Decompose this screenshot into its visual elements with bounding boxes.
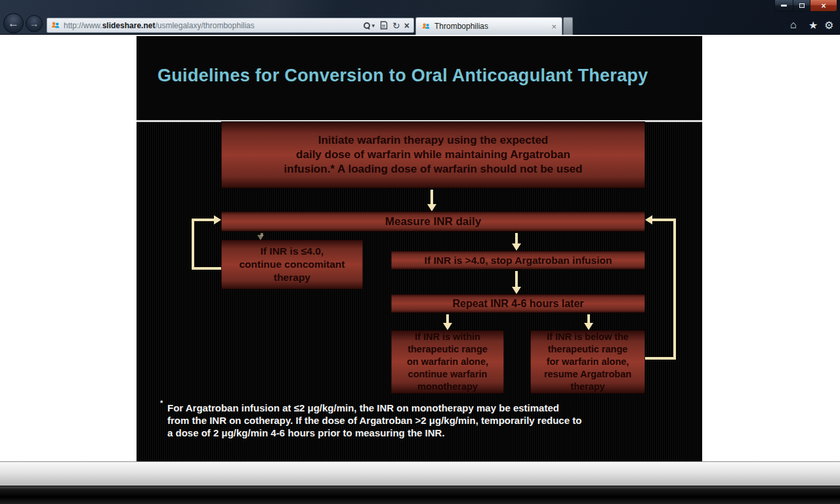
tab-close-button[interactable]: × xyxy=(551,22,556,32)
close-button[interactable]: × xyxy=(810,0,837,11)
footnote-marker: * xyxy=(160,399,163,407)
restore-button[interactable] xyxy=(793,0,810,11)
star-icon: ★ xyxy=(808,20,818,31)
flow-box-within-range: If INR is within therapeutic range on wa… xyxy=(391,330,504,394)
slide-viewer: Guidelines for Conversion to Oral Antico… xyxy=(136,36,702,461)
search-button[interactable]: ▾ xyxy=(364,22,375,29)
url-prefix: http://www. xyxy=(64,21,102,30)
flow-box-measure-inr: Measure INR daily xyxy=(221,211,645,232)
loop-right-top xyxy=(652,219,676,221)
arrow-measure-to-high xyxy=(515,233,518,244)
address-bar[interactable]: http://www.slideshare.net/usmlegalaxy/th… xyxy=(47,18,414,33)
arrowhead xyxy=(257,235,264,240)
slideshare-favicon xyxy=(51,20,60,30)
loop-left-bottom xyxy=(192,267,221,270)
new-tab-button[interactable] xyxy=(563,17,573,35)
arrow-high-to-repeat xyxy=(515,271,518,287)
loop-left-vertical xyxy=(192,219,194,270)
url-domain: slideshare.net xyxy=(102,21,156,30)
tab-close-icon: × xyxy=(551,22,556,32)
slideshare-player-bar: 67 /69 xyxy=(0,461,840,486)
favorites-button[interactable]: ★ xyxy=(808,19,818,32)
arrow-repeat-to-below xyxy=(587,314,590,324)
forward-icon: → xyxy=(30,18,39,29)
window-controls: × xyxy=(774,0,837,12)
compatibility-icon xyxy=(380,21,388,30)
arrowhead xyxy=(512,287,521,294)
gear-icon: ⚙ xyxy=(824,20,833,31)
loop-right-arrowhead xyxy=(645,215,652,224)
loop-right-bottom xyxy=(645,357,676,360)
flow-box-below-range: If INR is below the therapeutic range fo… xyxy=(530,330,645,394)
home-icon: ⌂ xyxy=(790,19,797,30)
forward-button[interactable]: → xyxy=(26,15,43,32)
back-icon: ← xyxy=(8,17,19,30)
arrowhead xyxy=(427,204,436,211)
search-icon xyxy=(364,22,370,29)
close-icon: × xyxy=(821,2,826,10)
back-button[interactable]: ← xyxy=(3,13,24,33)
refresh-button[interactable]: ↻ xyxy=(392,20,400,31)
compatibility-view-button[interactable] xyxy=(380,21,388,30)
loop-left-top xyxy=(192,219,215,221)
tab-favicon xyxy=(421,22,430,31)
stop-icon: × xyxy=(404,20,410,31)
minimize-icon xyxy=(781,5,787,7)
slide-title: Guidelines for Conversion to Oral Antico… xyxy=(158,66,648,86)
tools-button[interactable]: ⚙ xyxy=(824,19,833,32)
flow-box-repeat-inr: Repeat INR 4-6 hours later xyxy=(391,294,645,313)
loop-left-arrowhead xyxy=(214,215,221,224)
url-text: http://www.slideshare.net/usmlegalaxy/th… xyxy=(64,21,364,30)
home-button[interactable]: ⌂ xyxy=(790,19,797,31)
arrowhead xyxy=(443,323,452,330)
minimize-button[interactable] xyxy=(775,0,793,11)
tab-thrombophilias[interactable]: Thrombophilias × xyxy=(415,17,562,35)
arrowhead xyxy=(584,323,593,330)
screen: ← → http://www.slideshare.net/usmlegalax… xyxy=(0,0,840,504)
tab-title: Thrombophilias xyxy=(434,22,551,31)
loop-right-vertical xyxy=(673,219,676,360)
footnote-text: For Argatroban infusion at ≤2 μg/kg/min,… xyxy=(167,402,692,439)
arrow-initiate-to-measure xyxy=(430,190,433,205)
search-dropdown-icon: ▾ xyxy=(372,22,375,29)
flow-box-initiate-warfarin: Initiate warfarin therapy using the expe… xyxy=(221,121,645,188)
restore-icon xyxy=(799,3,805,8)
taskbar: e ☺ » e Check out this Slide... e Thromb… xyxy=(0,486,840,504)
browser-chrome: ← → http://www.slideshare.net/usmlegalax… xyxy=(0,0,840,35)
flow-box-inr-low: If INR is ≤4.0, continue concomitant the… xyxy=(221,240,363,289)
url-path: /usmlegalaxy/thrombophilias xyxy=(155,21,254,30)
refresh-icon: ↻ xyxy=(392,20,400,31)
stop-button[interactable]: × xyxy=(404,20,410,31)
arrowhead xyxy=(512,243,521,251)
arrow-repeat-to-within xyxy=(446,314,449,324)
flow-box-inr-high: If INR is >4.0, stop Argatroban infusion xyxy=(391,251,645,270)
